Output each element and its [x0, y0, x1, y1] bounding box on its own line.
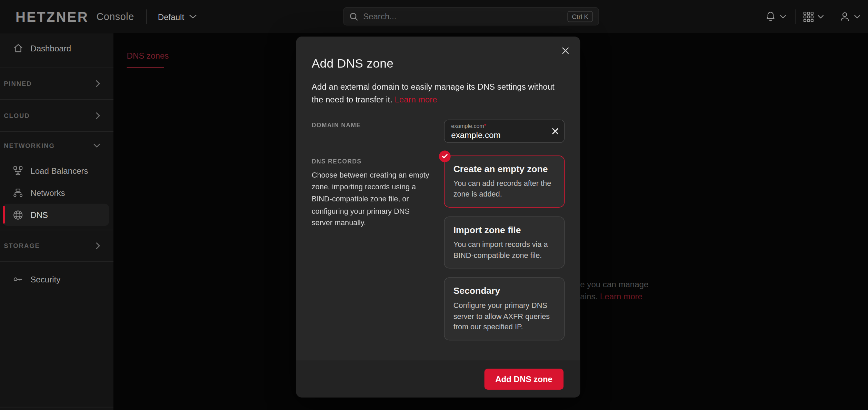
option-description: Configure your primary DNS server to all…	[453, 300, 555, 332]
key-icon	[13, 274, 23, 284]
tab-dns-zones[interactable]: DNS zones	[127, 51, 169, 68]
apps-menu[interactable]	[803, 11, 824, 22]
chevron-down-icon	[780, 15, 786, 19]
chevron-down-icon	[93, 143, 100, 148]
load-balancer-icon	[13, 165, 23, 176]
option-title: Create an empty zone	[453, 164, 555, 174]
sidebar-group-label: STORAGE	[4, 242, 40, 249]
sidebar-group-storage[interactable]: STORAGE	[0, 230, 113, 261]
domain-name-label: DOMAIN NAME	[312, 120, 436, 129]
chevron-down-icon	[189, 14, 197, 19]
learn-more-link[interactable]: Learn more	[395, 94, 437, 104]
add-dns-zone-modal: Add DNS zone Add an external domain to e…	[296, 37, 580, 398]
chevron-right-icon	[96, 80, 100, 87]
sidebar-item-dashboard[interactable]: Dashboard	[0, 37, 113, 60]
sidebar-group-label: CLOUD	[4, 112, 30, 119]
search-shortcut-badge: Ctrl K	[567, 11, 593, 22]
sidebar-item-dns[interactable]: DNS	[3, 204, 109, 226]
option-create-empty-zone[interactable]: Create an empty zone You can add records…	[444, 156, 565, 208]
project-selector[interactable]: Default	[158, 12, 197, 21]
global-search[interactable]: Ctrl K	[343, 7, 599, 26]
dns-records-label: DNS RECORDS	[312, 156, 436, 164]
sidebar-item-label: Security	[30, 274, 60, 283]
chevron-right-icon	[96, 112, 100, 119]
modal-footer: Add DNS zone	[296, 360, 580, 397]
option-description: You can import records via a BIND-compat…	[453, 239, 555, 261]
chevron-down-icon	[818, 15, 824, 19]
selected-check-icon	[439, 150, 451, 162]
sidebar: Dashboard PINNED CLOUD NETWORKING	[0, 33, 113, 410]
option-title: Import zone file	[453, 225, 555, 235]
home-icon	[13, 43, 23, 53]
bell-icon	[765, 11, 776, 22]
sidebar-group-label: PINNED	[4, 80, 32, 87]
tab-active-underline	[127, 67, 164, 68]
option-import-zone-file[interactable]: Import zone file You can import records …	[444, 217, 565, 269]
sidebar-item-label: Dashboard	[30, 43, 71, 53]
domain-name-field[interactable]: example.com*	[444, 120, 565, 143]
sidebar-item-security[interactable]: Security	[0, 266, 113, 292]
learn-more-link[interactable]: Learn more	[600, 292, 642, 301]
domain-floating-label: example.com*	[451, 123, 547, 129]
top-header: HETZNER Console Default Ctrl K	[0, 0, 868, 33]
modal-description: Add an external domain to easily manage …	[312, 81, 565, 106]
tab-label: DNS zones	[127, 51, 169, 60]
dns-records-description: Choose between creating an empty zone, i…	[312, 169, 432, 229]
sidebar-item-label: DNS	[30, 210, 48, 219]
domain-name-input[interactable]	[451, 130, 547, 139]
sidebar-item-label: Load Balancers	[30, 166, 88, 175]
sidebar-divider	[0, 261, 113, 262]
app-name: Console	[96, 11, 134, 22]
notifications-menu[interactable]	[765, 11, 786, 22]
sidebar-group-cloud[interactable]: CLOUD	[0, 100, 113, 131]
search-input[interactable]	[363, 12, 562, 21]
modal-title: Add DNS zone	[312, 57, 565, 71]
globe-icon	[13, 210, 23, 220]
close-icon[interactable]	[559, 44, 571, 56]
sidebar-item-load-balancers[interactable]: Load Balancers	[0, 159, 113, 181]
apps-grid-icon	[803, 11, 814, 22]
sidebar-item-label: Networks	[30, 188, 65, 197]
option-description: You can add records after the zone is ad…	[453, 178, 555, 200]
account-menu[interactable]	[839, 11, 860, 22]
sidebar-group-networking[interactable]: NETWORKING	[0, 132, 113, 159]
option-title: Secondary	[453, 286, 555, 296]
obscured-empty-state-text: e you can manage	[580, 280, 648, 289]
header-divider	[795, 9, 796, 24]
sidebar-divider	[0, 407, 113, 408]
project-selector-label: Default	[158, 12, 184, 21]
header-divider	[146, 9, 147, 24]
obscured-empty-state-text: ains. Learn more	[580, 292, 642, 301]
required-asterisk: *	[484, 123, 486, 129]
option-secondary[interactable]: Secondary Configure your primary DNS ser…	[444, 277, 565, 340]
chevron-right-icon	[96, 242, 100, 249]
app-root: HETZNER Console Default Ctrl K	[0, 0, 868, 410]
sidebar-item-networks[interactable]: Networks	[0, 182, 113, 204]
search-icon	[349, 12, 358, 21]
add-dns-zone-button[interactable]: Add DNS zone	[484, 368, 563, 389]
sidebar-group-label: NETWORKING	[4, 142, 54, 149]
clear-input-icon[interactable]	[551, 127, 559, 135]
network-icon	[13, 187, 23, 198]
chevron-down-icon	[854, 15, 860, 19]
header-actions	[765, 0, 860, 33]
hetzner-logo: HETZNER	[16, 9, 89, 25]
user-icon	[839, 11, 850, 22]
sidebar-group-pinned[interactable]: PINNED	[0, 68, 113, 99]
